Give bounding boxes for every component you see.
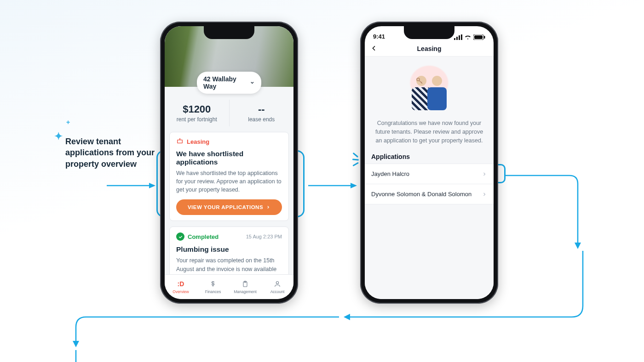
property-address-dropdown[interactable]: 42 Wallaby Way (197, 72, 261, 94)
phone-notch (204, 26, 254, 39)
card-completed[interactable]: Completed 15 Aug 2:23 PM Plumbing issue … (169, 226, 289, 274)
tab-finances-label: Finances (205, 289, 221, 294)
application-row[interactable]: Dyvonne Solomon & Donald Solomon (365, 184, 494, 204)
stat-rent-value: $1200 (167, 103, 227, 115)
chevron-right-icon (482, 171, 487, 177)
cellular-icon (454, 34, 462, 40)
tab-account[interactable]: Account (261, 275, 293, 299)
svg-marker-5 (344, 314, 350, 320)
svg-marker-6 (73, 341, 79, 347)
card-leasing-title: We have shortlisted applications (176, 150, 282, 166)
tab-finances[interactable]: Finances (197, 275, 229, 299)
card-completed-body: Your repair was completed on the 15th Au… (176, 256, 282, 273)
view-applications-label: VIEW YOUR APPLICATIONS (188, 204, 263, 210)
tab-account-label: Account (270, 289, 285, 294)
stat-lease-value: -- (231, 103, 292, 115)
flow-arrow-2 (308, 183, 357, 192)
svg-rect-20 (474, 35, 483, 39)
stat-lease-label: lease ends (231, 116, 292, 123)
check-circle-icon (176, 232, 184, 241)
svg-marker-4 (575, 243, 581, 249)
nav-title: Leasing (417, 45, 442, 52)
back-button[interactable] (370, 45, 378, 54)
tenants-illustration (402, 63, 457, 113)
applications-heading: Applications (365, 151, 494, 164)
card-completed-tag: Completed (188, 233, 218, 240)
user-icon (274, 280, 281, 288)
card-leasing[interactable]: Leasing We have shortlisted applications… (169, 132, 289, 221)
dollar-icon (209, 280, 217, 288)
card-completed-title: Plumbing issue (176, 245, 282, 254)
svg-rect-18 (461, 34, 462, 40)
stat-rent: $1200 rent per fortnight (165, 100, 230, 126)
applicant-name: Jayden Halcro (371, 170, 409, 177)
phone-notch (404, 26, 454, 39)
property-stats: $1200 rent per fortnight -- lease ends (165, 100, 293, 126)
clipboard-icon (242, 280, 249, 288)
svg-rect-8 (178, 140, 183, 143)
flow-arrow-3 (505, 174, 583, 256)
svg-marker-3 (351, 183, 357, 188)
congrats-text: Congratulations we have now found your f… (365, 113, 494, 151)
svg-rect-16 (456, 37, 458, 40)
wifi-icon (464, 34, 472, 40)
key-icon (415, 77, 424, 87)
card-leasing-body: We have shortlisted the top applications… (176, 169, 282, 194)
status-time: 9:41 (373, 33, 385, 40)
stat-rent-label: rent per fortnight (167, 116, 227, 123)
view-applications-button[interactable]: VIEW YOUR APPLICATIONS (176, 199, 282, 215)
battery-icon (473, 34, 485, 40)
stat-lease-ends: -- lease ends (230, 100, 294, 126)
tab-management-label: Management (234, 289, 257, 294)
spark-plus-icon: ✦ (54, 130, 63, 142)
spark-plus-icon: + (66, 119, 70, 126)
tab-management[interactable]: Management (229, 275, 261, 299)
chevron-left-icon (370, 45, 378, 52)
svg-rect-21 (484, 36, 485, 39)
svg-rect-17 (459, 35, 460, 40)
svg-line-24 (421, 82, 422, 83)
application-row[interactable]: Jayden Halcro (365, 164, 494, 184)
logo-glyph-icon: :D (178, 280, 184, 288)
applicant-name: Dyvonne Solomon & Donald Solomon (371, 191, 472, 198)
tab-overview-label: Overview (172, 289, 189, 294)
tab-overview[interactable]: :D Overview (165, 275, 197, 299)
chevron-right-icon (266, 205, 270, 209)
annotation-caption: Review tenant applications from your pro… (65, 136, 157, 170)
svg-point-14 (276, 282, 278, 284)
property-address-label: 42 Wallaby Way (203, 75, 246, 90)
chevron-down-icon (250, 80, 255, 85)
flow-arrow-4 (71, 251, 584, 352)
tab-bar: :D Overview Finances Management Account (165, 274, 293, 299)
card-leasing-tag: Leasing (187, 138, 209, 145)
svg-rect-15 (454, 38, 455, 40)
phone-mock-overview: 42 Wallaby Way $1200 rent per fortnight … (160, 22, 298, 304)
chevron-right-icon (482, 192, 487, 197)
sign-icon (176, 138, 184, 145)
flow-arrow-1 (107, 183, 155, 192)
svg-point-22 (417, 78, 420, 81)
svg-marker-1 (149, 183, 155, 188)
nav-bar: Leasing (365, 41, 494, 57)
card-completed-timestamp: 15 Aug 2:23 PM (246, 234, 282, 239)
phone-mock-leasing: 9:41 Leasing (360, 22, 498, 304)
